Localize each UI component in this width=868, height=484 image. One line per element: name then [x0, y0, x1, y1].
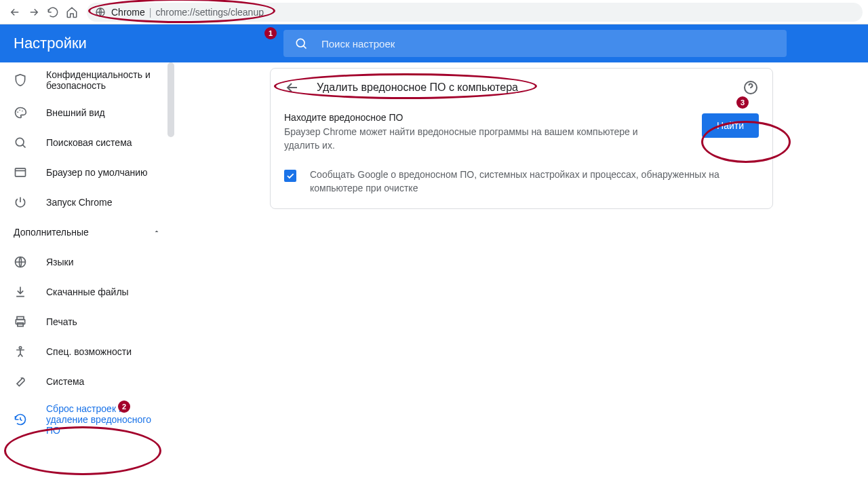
sidebar-item-appearance[interactable]: Внешний вид: [0, 98, 169, 128]
sidebar-item-on-startup[interactable]: Запуск Chrome: [0, 187, 169, 217]
site-info-icon[interactable]: [95, 7, 106, 18]
power-icon: [14, 196, 27, 209]
sidebar-item-languages[interactable]: Языки: [0, 247, 169, 277]
page-title: Настройки: [14, 35, 283, 52]
url-segment-origin: Chrome: [111, 7, 145, 18]
search-icon: [294, 37, 308, 50]
sidebar-item-label: Поисковая система: [46, 137, 132, 148]
svg-point-4: [22, 111, 23, 112]
find-section: Находите вредоносное ПО Браузер Chrome м…: [284, 112, 759, 152]
browser-toolbar: Chrome | chrome://settings/cleanup: [0, 0, 868, 24]
svg-point-2: [17, 111, 18, 113]
find-section-title: Находите вредоносное ПО: [284, 112, 675, 123]
address-bar[interactable]: Chrome | chrome://settings/cleanup: [87, 3, 863, 22]
sidebar-item-label: Печать: [46, 316, 77, 327]
help-icon[interactable]: [743, 79, 759, 96]
panel-header: Удалить вредоносное ПО с компьютера: [271, 69, 772, 107]
accessibility-icon: [14, 345, 27, 358]
download-icon: [14, 285, 27, 299]
report-checkbox[interactable]: [284, 170, 296, 182]
sidebar-section-advanced[interactable]: Дополнительные: [0, 217, 174, 247]
print-icon: [14, 315, 27, 329]
scrollbar-thumb[interactable]: [167, 62, 174, 137]
panel-title: Удалить вредоносное ПО с компьютера: [317, 81, 518, 94]
find-button[interactable]: Найти: [702, 113, 759, 138]
restore-icon: [14, 413, 27, 426]
svg-point-11: [19, 347, 21, 349]
panel-back-button[interactable]: [284, 79, 300, 96]
sidebar-item-label: Языки: [46, 257, 74, 267]
main-panel-wrap: Удалить вредоносное ПО с компьютера Нахо…: [175, 62, 868, 484]
sidebar-item-search-engine[interactable]: Поисковая система: [0, 128, 169, 157]
palette-icon: [14, 106, 27, 119]
sidebar-item-label: Внешний вид: [46, 107, 105, 118]
sidebar-item-label: Конфиденциальность и безопасность: [46, 69, 155, 91]
settings-header: Настройки: [0, 24, 868, 62]
svg-point-5: [16, 138, 24, 146]
sidebar-item-label: Запуск Chrome: [46, 197, 112, 208]
search-icon: [14, 136, 27, 149]
sidebar: Конфиденциальность и безопасность Внешни…: [0, 62, 175, 484]
sidebar-item-system[interactable]: Система: [0, 367, 169, 396]
url-segment-path: chrome://settings/cleanup: [155, 7, 264, 18]
home-icon[interactable]: [62, 3, 81, 22]
report-checkbox-label: Сообщать Google о вредоносном ПО, систем…: [310, 168, 759, 195]
sidebar-item-privacy[interactable]: Конфиденциальность и безопасность: [0, 62, 169, 98]
sidebar-item-label: Скачанные файлы: [46, 286, 129, 297]
sidebar-item-default-browser[interactable]: Браузер по умолчанию: [0, 157, 169, 187]
sidebar-item-reset-cleanup[interactable]: Сброс настроек и удаление вредоносного П…: [0, 396, 169, 443]
url-separator: |: [149, 7, 152, 18]
chevron-up-icon: [153, 227, 161, 238]
sidebar-item-label: Сброс настроек и удаление вредоносного П…: [46, 403, 155, 436]
wrench-icon: [14, 375, 27, 388]
sidebar-item-accessibility[interactable]: Спец. возможности: [0, 337, 169, 367]
sidebar-item-label: Спец. возможности: [46, 346, 132, 357]
settings-search[interactable]: [283, 30, 787, 57]
svg-rect-6: [16, 168, 26, 176]
sidebar-item-label: Браузер по умолчанию: [46, 167, 148, 178]
globe-icon: [14, 255, 27, 269]
sidebar-item-downloads[interactable]: Скачанные файлы: [0, 277, 169, 307]
shield-icon: [14, 73, 27, 87]
forward-nav-icon[interactable]: [24, 3, 43, 22]
find-section-desc: Браузер Chrome может найти вредоносные п…: [284, 126, 675, 152]
content-area: Конфиденциальность и безопасность Внешни…: [0, 62, 868, 484]
sidebar-section-label: Дополнительные: [14, 227, 89, 238]
svg-point-3: [19, 109, 20, 111]
sidebar-item-label: Система: [46, 376, 84, 387]
search-input[interactable]: [321, 38, 776, 50]
report-checkbox-row: Сообщать Google о вредоносном ПО, систем…: [284, 168, 759, 195]
panel-body: Находите вредоносное ПО Браузер Chrome м…: [271, 107, 772, 208]
cleanup-panel: Удалить вредоносное ПО с компьютера Нахо…: [270, 68, 773, 209]
reload-icon[interactable]: [43, 3, 62, 22]
svg-point-1: [296, 39, 304, 47]
sidebar-item-print[interactable]: Печать: [0, 307, 169, 337]
browser-icon: [14, 166, 27, 179]
back-nav-icon[interactable]: [5, 3, 24, 22]
